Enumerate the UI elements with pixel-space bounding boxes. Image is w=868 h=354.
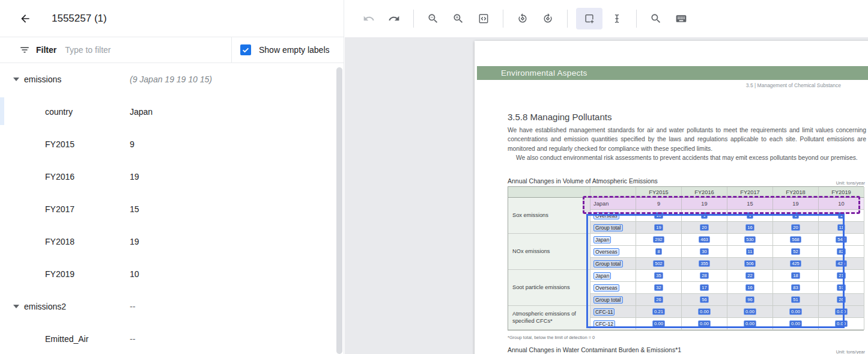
table-value-cell[interactable]: 0.00 [727, 306, 773, 318]
table-value-cell[interactable]: 83 [773, 282, 819, 294]
annotated-value[interactable]: 20 [791, 224, 800, 231]
table-value-cell[interactable]: 10 [636, 210, 682, 222]
show-empty-labels-toggle[interactable]: Show empty labels [240, 44, 330, 55]
table-value-cell[interactable]: 10 [819, 198, 864, 210]
table-value-cell[interactable]: 15 [727, 198, 773, 210]
table-value-cell[interactable]: 56 [682, 294, 727, 306]
annotated-value[interactable]: 52 [791, 248, 800, 255]
annotated-value[interactable]: 56 [700, 296, 708, 303]
table-row-label-cell[interactable]: Japan [590, 234, 636, 246]
table-value-cell[interactable]: 8 [636, 246, 682, 258]
text-select-button[interactable] [606, 8, 628, 29]
field-row-emissions[interactable]: emissions(9 Japan 19 19 10 15) [0, 63, 336, 96]
rotate-left-button[interactable] [512, 8, 533, 29]
annotated-value[interactable]: 530 [744, 236, 756, 243]
table-value-cell[interactable]: 30 [682, 246, 727, 258]
table-row-label-cell[interactable]: Overseas [590, 210, 636, 222]
table-value-cell[interactable]: 18 [773, 270, 819, 282]
checkbox-checked-icon[interactable] [240, 44, 251, 55]
table-value-cell[interactable]: 19 [682, 198, 727, 210]
table-value-cell[interactable]: 568 [773, 234, 819, 246]
annotated-value[interactable]: 1 [792, 212, 798, 219]
table-value-cell[interactable]: 1 [819, 210, 864, 222]
annotated-label[interactable]: Overseas [593, 248, 619, 255]
table-value-cell[interactable]: 292 [636, 234, 682, 246]
annotated-value[interactable]: 1 [747, 212, 753, 219]
annotated-value[interactable]: 20 [700, 224, 708, 231]
table-value-cell[interactable]: 0.00 [819, 318, 864, 330]
table-value-cell[interactable]: 0.00 [727, 318, 773, 330]
filter-input[interactable] [65, 45, 185, 55]
annotated-value[interactable]: 292 [653, 236, 664, 243]
table-value-cell[interactable]: 82 [819, 246, 864, 258]
annotated-label[interactable]: Group total [593, 296, 623, 304]
annotated-value[interactable]: 35 [654, 272, 663, 279]
annotated-value[interactable]: 21 [837, 272, 845, 279]
table-value-cell[interactable]: 57 [819, 282, 864, 294]
panel-scrollbar[interactable] [336, 67, 342, 354]
table-value-cell[interactable]: 1 [727, 210, 773, 222]
table-value-cell[interactable]: 530 [727, 234, 773, 246]
annotated-value[interactable]: 32 [654, 284, 663, 291]
annotated-value[interactable]: 506 [744, 260, 756, 267]
table-value-cell[interactable]: 32 [636, 282, 682, 294]
table-value-cell[interactable]: 425 [819, 258, 864, 270]
table-value-cell[interactable]: 425 [773, 258, 819, 270]
annotated-value[interactable]: 28 [700, 272, 708, 279]
table-row-label-cell[interactable]: Overseas [590, 246, 636, 258]
table-value-cell[interactable]: 1 [773, 210, 819, 222]
undo-button[interactable] [358, 8, 380, 29]
annotated-value[interactable]: 1 [838, 212, 844, 219]
table-row-label-cell[interactable]: Japan [590, 198, 636, 210]
annotated-value[interactable]: 0.00 [652, 320, 665, 327]
table-value-cell[interactable]: 463 [682, 234, 727, 246]
back-button[interactable] [14, 8, 36, 29]
annotated-value[interactable]: 0.00 [744, 320, 756, 327]
annotated-value[interactable]: 82 [837, 248, 845, 255]
table-value-cell[interactable]: 1 [682, 210, 727, 222]
table-row-label-cell[interactable]: CFC-11 [590, 306, 636, 318]
annotated-value[interactable]: 57 [837, 284, 845, 291]
zoom-out-button[interactable] [422, 8, 444, 29]
annotated-value[interactable]: 355 [699, 260, 710, 267]
table-value-cell[interactable]: 19 [636, 222, 682, 234]
table-value-cell[interactable]: 0.21 [636, 306, 682, 318]
table-value-cell[interactable]: 52 [773, 246, 819, 258]
table-value-cell[interactable]: 35 [636, 270, 682, 282]
table-value-cell[interactable]: 506 [727, 258, 773, 270]
annotated-label[interactable]: Overseas [593, 284, 619, 291]
annotated-value[interactable]: 83 [791, 284, 800, 291]
table-row-label-cell[interactable]: Overseas [590, 282, 636, 294]
table-value-cell[interactable]: 22 [727, 270, 773, 282]
annotated-value[interactable]: 11 [837, 224, 846, 231]
annotated-value[interactable]: 0.00 [835, 308, 848, 315]
table-row-label-cell[interactable]: Group total [590, 222, 636, 234]
field-row-emissions2[interactable]: emissions2-- [0, 290, 336, 323]
field-row-emitted_air[interactable]: Emitted_Air-- [0, 323, 336, 354]
table-value-cell[interactable]: 0.00 [682, 306, 727, 318]
annotated-value[interactable]: 542 [836, 236, 847, 243]
table-row-label-cell[interactable]: Japan [590, 270, 636, 282]
search-button[interactable] [645, 8, 667, 29]
annotated-value[interactable]: 0.00 [789, 320, 802, 327]
annotated-value[interactable]: 30 [700, 248, 708, 255]
table-row-label-cell[interactable]: Group total [590, 294, 636, 306]
table-value-cell[interactable]: 21 [819, 270, 864, 282]
annotated-label[interactable]: Group total [593, 224, 623, 231]
annotated-value[interactable]: 8 [655, 248, 661, 255]
annotated-value[interactable]: 96 [745, 296, 754, 303]
rotate-right-button[interactable] [537, 8, 559, 29]
field-row-fy2017[interactable]: FY201715 [0, 193, 336, 225]
collapse-triangle-icon[interactable] [13, 78, 19, 81]
table-value-cell[interactable]: 16 [727, 282, 773, 294]
table-value-cell[interactable]: 26 [819, 294, 864, 306]
table-value-cell[interactable]: 51 [773, 294, 819, 306]
table-value-cell[interactable]: 11 [727, 246, 773, 258]
annotated-value[interactable]: 0.00 [835, 320, 848, 327]
table-value-cell[interactable]: 9 [636, 198, 682, 210]
table-value-cell[interactable]: 355 [682, 258, 727, 270]
annotated-value[interactable]: 425 [790, 260, 801, 267]
table-value-cell[interactable]: 542 [819, 234, 864, 246]
annotated-value[interactable]: 502 [653, 260, 664, 267]
annotated-value[interactable]: 0.00 [698, 308, 711, 315]
